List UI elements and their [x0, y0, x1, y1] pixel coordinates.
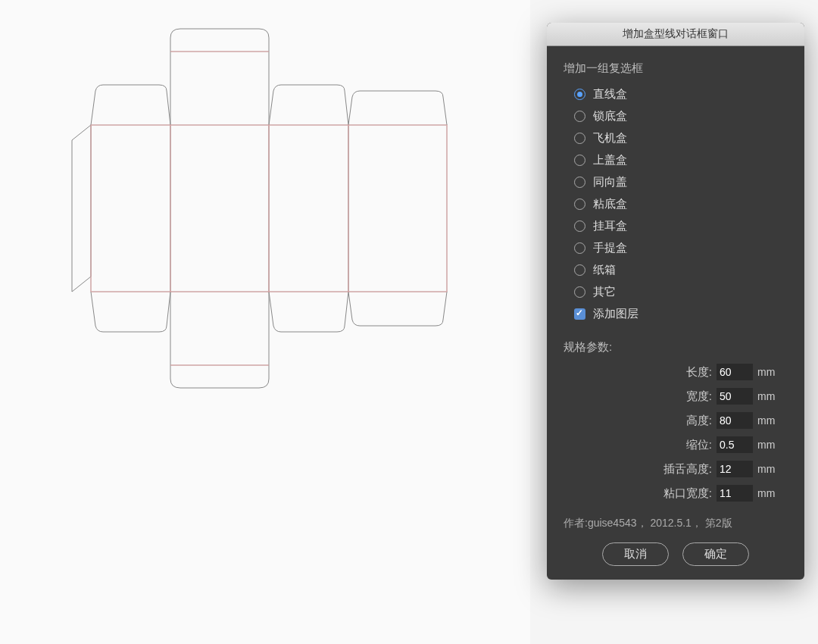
radio-label: 直线盒 — [593, 87, 627, 102]
radio-label: 手提盒 — [593, 241, 627, 255]
radio-option-1[interactable]: 锁底盒 — [564, 105, 788, 127]
params-label: 规格参数: — [564, 340, 788, 355]
param-tuck-height: 插舌高度: mm — [564, 461, 788, 477]
box-dieline-drawing — [38, 15, 492, 439]
radio-label: 纸箱 — [593, 263, 616, 277]
radio-option-9[interactable]: 其它 — [564, 281, 788, 303]
radio-label: 粘底盒 — [593, 197, 627, 211]
radio-option-7[interactable]: 手提盒 — [564, 237, 788, 259]
param-glue-width: 粘口宽度: mm — [564, 485, 788, 502]
radio-icon — [574, 177, 585, 188]
param-height: 高度: mm — [564, 412, 788, 429]
param-width-input[interactable] — [717, 388, 753, 405]
ok-button[interactable]: 确定 — [682, 542, 749, 566]
radio-icon — [574, 264, 585, 276]
radio-icon — [574, 111, 585, 122]
checkbox-icon — [574, 308, 585, 320]
radio-option-6[interactable]: 挂耳盒 — [564, 215, 788, 237]
param-name: 长度: — [686, 365, 712, 380]
param-name: 粘口宽度: — [663, 486, 712, 501]
svg-rect-1 — [170, 125, 269, 292]
param-unit: mm — [757, 439, 780, 451]
radio-label: 上盖盒 — [593, 153, 627, 167]
param-name: 缩位: — [686, 438, 712, 452]
radio-icon — [574, 89, 585, 100]
param-indent: 缩位: mm — [564, 436, 788, 453]
param-length-input[interactable] — [717, 364, 753, 380]
radio-label: 飞机盒 — [593, 131, 627, 145]
radio-label: 挂耳盒 — [593, 219, 627, 233]
param-name: 宽度: — [686, 389, 712, 404]
param-glue-input[interactable] — [717, 485, 753, 502]
param-width: 宽度: mm — [564, 388, 788, 405]
cancel-button[interactable]: 取消 — [602, 542, 669, 566]
radio-option-2[interactable]: 飞机盒 — [564, 127, 788, 149]
radio-icon — [574, 155, 585, 166]
svg-rect-0 — [91, 125, 170, 292]
author-line: 作者:guise4543， 2012.5.1， 第2版 — [564, 517, 788, 530]
param-tuck-input[interactable] — [717, 461, 753, 477]
param-name: 高度: — [686, 414, 712, 428]
radio-icon — [574, 133, 585, 144]
svg-rect-3 — [348, 125, 447, 292]
dialog-title: 增加盒型线对话框窗口 — [547, 23, 804, 46]
radio-option-4[interactable]: 同向盖 — [564, 171, 788, 193]
canvas-area — [0, 0, 530, 644]
radio-icon — [574, 199, 585, 210]
radio-option-5[interactable]: 粘底盒 — [564, 193, 788, 215]
radio-option-3[interactable]: 上盖盒 — [564, 149, 788, 171]
param-unit: mm — [757, 366, 780, 378]
checkbox-add-layer[interactable]: 添加图层 — [564, 303, 788, 325]
radio-label: 锁底盒 — [593, 109, 627, 123]
svg-rect-2 — [269, 125, 348, 292]
radio-label: 同向盖 — [593, 175, 627, 189]
radio-label: 其它 — [593, 285, 616, 299]
param-length: 长度: mm — [564, 364, 788, 380]
param-indent-input[interactable] — [717, 436, 753, 453]
param-unit: mm — [757, 463, 780, 475]
radio-option-8[interactable]: 纸箱 — [564, 259, 788, 281]
radio-icon — [574, 220, 585, 232]
button-row: 取消 确定 — [564, 542, 788, 566]
param-unit: mm — [757, 487, 780, 499]
param-height-input[interactable] — [717, 412, 753, 429]
radio-icon — [574, 286, 585, 298]
param-name: 插舌高度: — [663, 462, 712, 477]
group-label: 增加一组复选框 — [564, 61, 788, 76]
radio-option-0[interactable]: 直线盒 — [564, 83, 788, 105]
checkbox-label: 添加图层 — [593, 307, 638, 321]
param-unit: mm — [757, 390, 780, 402]
radio-icon — [574, 242, 585, 254]
param-unit: mm — [757, 414, 780, 427]
box-dialog: 增加盒型线对话框窗口 增加一组复选框 直线盒 锁底盒 飞机盒 上盖盒 同向盖 粘… — [547, 23, 804, 580]
dialog-body: 增加一组复选框 直线盒 锁底盒 飞机盒 上盖盒 同向盖 粘底盒 挂耳盒 — [547, 46, 804, 580]
